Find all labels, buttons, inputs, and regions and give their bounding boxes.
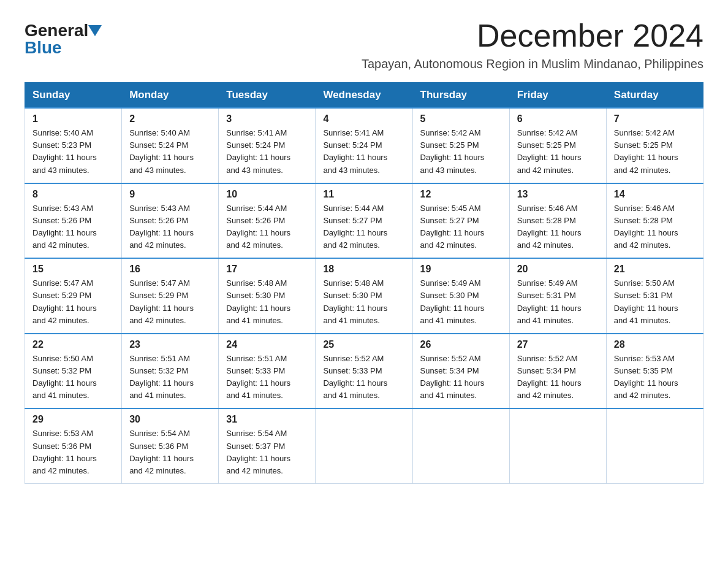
day-info: Sunrise: 5:43 AMSunset: 5:26 PMDaylight:…: [32, 202, 114, 252]
day-info: Sunrise: 5:54 AMSunset: 5:37 PMDaylight:…: [226, 427, 308, 477]
day-info: Sunrise: 5:41 AMSunset: 5:24 PMDaylight:…: [226, 127, 308, 177]
day-info: Sunrise: 5:51 AMSunset: 5:33 PMDaylight:…: [226, 353, 308, 402]
calendar-week-row: 1 Sunrise: 5:40 AMSunset: 5:23 PMDayligh…: [25, 108, 703, 183]
day-number: 22: [32, 339, 114, 350]
day-info: Sunrise: 5:40 AMSunset: 5:23 PMDaylight:…: [32, 127, 114, 177]
day-number: 20: [517, 264, 599, 275]
day-number: 7: [614, 113, 696, 124]
logo-triangle-icon: [88, 25, 102, 36]
day-info: Sunrise: 5:51 AMSunset: 5:32 PMDaylight:…: [129, 353, 211, 402]
day-info: Sunrise: 5:47 AMSunset: 5:29 PMDaylight:…: [129, 277, 211, 327]
day-number: 8: [32, 189, 114, 200]
calendar-cell: 28 Sunrise: 5:53 AMSunset: 5:35 PMDaylig…: [606, 334, 703, 409]
calendar-cell: 30 Sunrise: 5:54 AMSunset: 5:36 PMDaylig…: [122, 408, 219, 483]
calendar-cell: [412, 408, 509, 483]
day-number: 13: [517, 189, 599, 200]
title-block: December 2024 Tapayan, Autonomous Region…: [362, 18, 703, 71]
day-number: 10: [226, 189, 308, 200]
weekday-header-row: SundayMondayTuesdayWednesdayThursdayFrid…: [25, 83, 703, 109]
day-number: 31: [226, 414, 308, 425]
calendar-week-row: 8 Sunrise: 5:43 AMSunset: 5:26 PMDayligh…: [25, 183, 703, 259]
calendar-cell: 15 Sunrise: 5:47 AMSunset: 5:29 PMDaylig…: [25, 258, 122, 334]
calendar-cell: 26 Sunrise: 5:52 AMSunset: 5:34 PMDaylig…: [412, 334, 509, 409]
calendar-week-row: 29 Sunrise: 5:53 AMSunset: 5:36 PMDaylig…: [25, 408, 703, 483]
calendar-cell: [316, 408, 412, 483]
day-number: 2: [129, 113, 211, 124]
day-info: Sunrise: 5:42 AMSunset: 5:25 PMDaylight:…: [517, 127, 599, 177]
calendar-cell: 25 Sunrise: 5:52 AMSunset: 5:33 PMDaylig…: [316, 334, 412, 409]
day-number: 6: [517, 113, 599, 124]
day-info: Sunrise: 5:53 AMSunset: 5:36 PMDaylight:…: [32, 427, 114, 477]
calendar-cell: 5 Sunrise: 5:42 AMSunset: 5:25 PMDayligh…: [412, 108, 509, 183]
calendar-cell: 31 Sunrise: 5:54 AMSunset: 5:37 PMDaylig…: [219, 408, 316, 483]
weekday-header-monday: Monday: [122, 83, 219, 109]
day-info: Sunrise: 5:47 AMSunset: 5:29 PMDaylight:…: [32, 277, 114, 327]
calendar-cell: 8 Sunrise: 5:43 AMSunset: 5:26 PMDayligh…: [25, 183, 122, 259]
page-header: General Blue December 2024 Tapayan, Auto…: [25, 18, 703, 71]
day-info: Sunrise: 5:53 AMSunset: 5:35 PMDaylight:…: [614, 353, 696, 402]
calendar-cell: 17 Sunrise: 5:48 AMSunset: 5:30 PMDaylig…: [219, 258, 316, 334]
calendar-cell: 20 Sunrise: 5:49 AMSunset: 5:31 PMDaylig…: [509, 258, 606, 334]
day-number: 30: [129, 414, 211, 425]
logo-blue: Blue: [25, 38, 62, 57]
day-number: 16: [129, 264, 211, 275]
day-number: 27: [517, 339, 599, 350]
day-info: Sunrise: 5:42 AMSunset: 5:25 PMDaylight:…: [614, 127, 696, 177]
day-info: Sunrise: 5:48 AMSunset: 5:30 PMDaylight:…: [323, 277, 404, 327]
calendar-cell: 6 Sunrise: 5:42 AMSunset: 5:25 PMDayligh…: [509, 108, 606, 183]
day-info: Sunrise: 5:50 AMSunset: 5:31 PMDaylight:…: [614, 277, 696, 327]
calendar-cell: 18 Sunrise: 5:48 AMSunset: 5:30 PMDaylig…: [316, 258, 412, 334]
calendar-cell: 3 Sunrise: 5:41 AMSunset: 5:24 PMDayligh…: [219, 108, 316, 183]
month-title: December 2024: [362, 18, 703, 53]
weekday-header-tuesday: Tuesday: [219, 83, 316, 109]
day-number: 24: [226, 339, 308, 350]
calendar-cell: 16 Sunrise: 5:47 AMSunset: 5:29 PMDaylig…: [122, 258, 219, 334]
day-number: 3: [226, 113, 308, 124]
day-number: 29: [32, 414, 114, 425]
calendar-cell: 24 Sunrise: 5:51 AMSunset: 5:33 PMDaylig…: [219, 334, 316, 409]
weekday-header-friday: Friday: [509, 83, 606, 109]
calendar-cell: 14 Sunrise: 5:46 AMSunset: 5:28 PMDaylig…: [606, 183, 703, 259]
day-number: 23: [129, 339, 211, 350]
day-number: 15: [32, 264, 114, 275]
calendar-cell: 12 Sunrise: 5:45 AMSunset: 5:27 PMDaylig…: [412, 183, 509, 259]
day-info: Sunrise: 5:41 AMSunset: 5:24 PMDaylight:…: [323, 127, 404, 177]
day-number: 21: [614, 264, 696, 275]
day-number: 26: [420, 339, 502, 350]
day-info: Sunrise: 5:54 AMSunset: 5:36 PMDaylight:…: [129, 427, 211, 477]
day-info: Sunrise: 5:52 AMSunset: 5:34 PMDaylight:…: [517, 353, 599, 402]
day-number: 28: [614, 339, 696, 350]
calendar-cell: [606, 408, 703, 483]
calendar-cell: 27 Sunrise: 5:52 AMSunset: 5:34 PMDaylig…: [509, 334, 606, 409]
weekday-header-wednesday: Wednesday: [316, 83, 412, 109]
day-number: 5: [420, 113, 502, 124]
day-number: 25: [323, 339, 404, 350]
calendar-cell: 13 Sunrise: 5:46 AMSunset: 5:28 PMDaylig…: [509, 183, 606, 259]
day-info: Sunrise: 5:45 AMSunset: 5:27 PMDaylight:…: [420, 202, 502, 252]
day-number: 12: [420, 189, 502, 200]
calendar-week-row: 22 Sunrise: 5:50 AMSunset: 5:32 PMDaylig…: [25, 334, 703, 409]
day-number: 9: [129, 189, 211, 200]
calendar-cell: 19 Sunrise: 5:49 AMSunset: 5:30 PMDaylig…: [412, 258, 509, 334]
calendar-cell: 7 Sunrise: 5:42 AMSunset: 5:25 PMDayligh…: [606, 108, 703, 183]
day-number: 14: [614, 189, 696, 200]
day-number: 18: [323, 264, 404, 275]
day-info: Sunrise: 5:50 AMSunset: 5:32 PMDaylight:…: [32, 353, 114, 402]
day-info: Sunrise: 5:46 AMSunset: 5:28 PMDaylight:…: [614, 202, 696, 252]
day-info: Sunrise: 5:49 AMSunset: 5:30 PMDaylight:…: [420, 277, 502, 327]
calendar-cell: [509, 408, 606, 483]
calendar-cell: 21 Sunrise: 5:50 AMSunset: 5:31 PMDaylig…: [606, 258, 703, 334]
calendar-cell: 10 Sunrise: 5:44 AMSunset: 5:26 PMDaylig…: [219, 183, 316, 259]
calendar-cell: 2 Sunrise: 5:40 AMSunset: 5:24 PMDayligh…: [122, 108, 219, 183]
day-info: Sunrise: 5:40 AMSunset: 5:24 PMDaylight:…: [129, 127, 211, 177]
day-info: Sunrise: 5:52 AMSunset: 5:34 PMDaylight:…: [420, 353, 502, 402]
calendar-cell: 1 Sunrise: 5:40 AMSunset: 5:23 PMDayligh…: [25, 108, 122, 183]
day-info: Sunrise: 5:46 AMSunset: 5:28 PMDaylight:…: [517, 202, 599, 252]
calendar-cell: 23 Sunrise: 5:51 AMSunset: 5:32 PMDaylig…: [122, 334, 219, 409]
logo-general: General: [25, 22, 88, 39]
day-info: Sunrise: 5:44 AMSunset: 5:26 PMDaylight:…: [226, 202, 308, 252]
day-info: Sunrise: 5:44 AMSunset: 5:27 PMDaylight:…: [323, 202, 404, 252]
day-info: Sunrise: 5:43 AMSunset: 5:26 PMDaylight:…: [129, 202, 211, 252]
calendar-table: SundayMondayTuesdayWednesdayThursdayFrid…: [25, 82, 703, 484]
day-info: Sunrise: 5:49 AMSunset: 5:31 PMDaylight:…: [517, 277, 599, 327]
